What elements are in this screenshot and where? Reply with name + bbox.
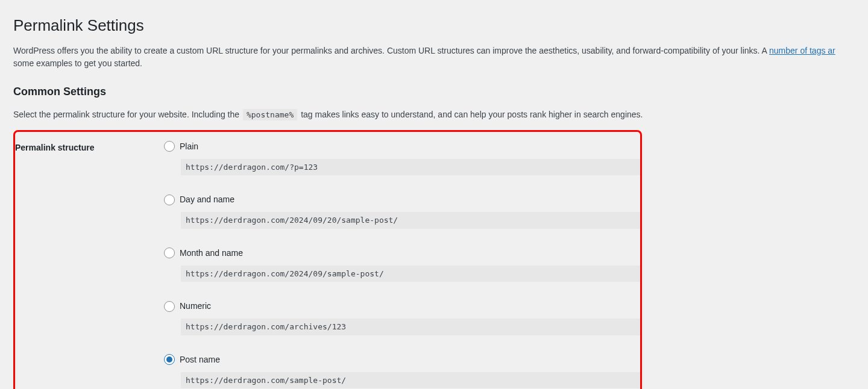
option-day-name-label[interactable]: Day and name [164,193,640,206]
option-plain-label[interactable]: Plain [164,140,640,153]
page-title: Permalink Settings [13,16,856,36]
common-intro-before: Select the permalink structure for your … [13,110,242,119]
example-numeric: https://derdragon.com/archives/123 [181,319,640,335]
option-post-name-label[interactable]: Post name [164,353,640,366]
intro-paragraph: WordPress offers you the ability to crea… [13,45,856,70]
example-day-name: https://derdragon.com/2024/09/20/sample-… [181,212,640,229]
option-plain: Plain https://derdragon.com/?p=123 [164,140,640,176]
radio-post-name[interactable] [164,354,175,365]
intro-text-after: some examples to get you started. [13,58,142,68]
radio-month-name[interactable] [164,247,175,258]
example-post-name: https://derdragon.com/sample-post/ [181,372,640,389]
radio-day-name[interactable] [164,194,175,205]
option-numeric-label[interactable]: Numeric [164,300,640,313]
highlight-box: Permalink structure Plain https://derdra… [13,130,642,389]
option-month-name-label[interactable]: Month and name [164,247,640,260]
permalink-structure-label: Permalink structure [15,140,164,389]
example-month-name: https://derdragon.com/2024/09/sample-pos… [181,266,640,282]
common-settings-heading: Common Settings [13,84,856,100]
option-day-name: Day and name https://derdragon.com/2024/… [164,193,640,229]
example-plain: https://derdragon.com/?p=123 [181,159,640,176]
common-settings-intro: Select the permalink structure for your … [13,108,856,122]
option-post-name: Post name https://derdragon.com/sample-p… [164,353,640,389]
postname-tag-code: %postname% [243,109,297,120]
radio-numeric[interactable] [164,301,175,312]
option-month-name: Month and name https://derdragon.com/202… [164,247,640,282]
radio-post-name-text: Post name [180,353,220,366]
radio-plain-text: Plain [180,140,198,153]
intro-text-before: WordPress offers you the ability to crea… [13,46,769,55]
tags-link[interactable]: number of tags ar [769,46,835,55]
radio-plain[interactable] [164,141,175,152]
option-numeric: Numeric https://derdragon.com/archives/1… [164,300,640,335]
common-intro-after: tag makes links easy to understand, and … [301,110,643,119]
radio-numeric-text: Numeric [180,300,211,313]
radio-month-name-text: Month and name [180,247,243,260]
radio-day-name-text: Day and name [180,193,234,206]
